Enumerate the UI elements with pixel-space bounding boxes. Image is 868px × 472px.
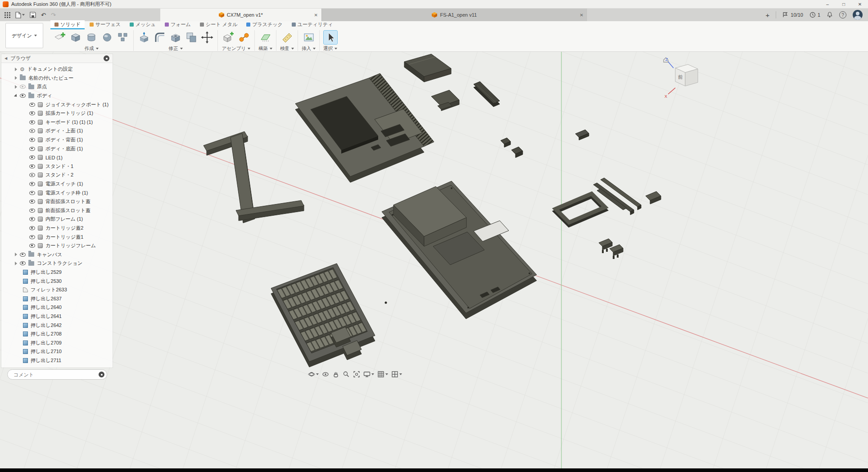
tab-close-icon[interactable]: ✕: [314, 13, 317, 18]
measure-button[interactable]: [280, 31, 294, 44]
joint-button[interactable]: [237, 31, 251, 44]
collapse-panel-icon[interactable]: ◀: [5, 56, 7, 60]
browser-item-document-settings[interactable]: ⚙ドキュメントの設定: [1, 65, 113, 74]
workspace-selector[interactable]: デザイン: [5, 23, 43, 48]
browser-item-body[interactable]: 電源スイッチ (1): [1, 180, 113, 189]
browser-item-body[interactable]: スタンド・1: [1, 162, 113, 171]
orbit-button[interactable]: [308, 371, 319, 378]
doc-tab-cx7m[interactable]: CX7M_open v1* ✕: [160, 9, 321, 21]
browser-item-feature[interactable]: 押し出し2710: [1, 347, 113, 356]
press-pull-button[interactable]: [137, 31, 151, 44]
tab-plastic[interactable]: プラスチック: [242, 20, 287, 29]
tab-solid[interactable]: ソリッド: [50, 20, 85, 29]
job-status-button[interactable]: 10/10: [782, 12, 803, 18]
shell-button[interactable]: [169, 31, 182, 44]
create-box-button[interactable]: [69, 31, 82, 44]
display-settings-button[interactable]: [363, 371, 374, 378]
expand-arrow-icon[interactable]: [15, 253, 17, 256]
visibility-eye-icon[interactable]: [29, 147, 35, 151]
loose-part-dot[interactable]: [385, 302, 387, 304]
browser-item-feature[interactable]: 押し出し2708: [1, 330, 113, 339]
browser-item-body[interactable]: ボディ・底面 (1): [1, 144, 113, 153]
undo-button[interactable]: ↶: [41, 12, 46, 18]
visibility-eye-icon[interactable]: [29, 182, 35, 186]
browser-item-body[interactable]: スタンド・2: [1, 171, 113, 180]
browser-options-button[interactable]: [104, 55, 109, 61]
browser-item-origin[interactable]: 原点: [1, 82, 113, 91]
file-menu-button[interactable]: [15, 12, 25, 18]
visibility-eye-icon[interactable]: [29, 129, 35, 133]
modify-menu-button[interactable]: 修正: [169, 45, 183, 52]
fit-button[interactable]: [353, 371, 360, 378]
new-tab-button[interactable]: +: [766, 11, 770, 19]
minimize-button[interactable]: –: [819, 0, 836, 8]
expand-arrow-icon[interactable]: [14, 94, 18, 98]
visibility-eye-icon[interactable]: [20, 85, 26, 89]
maximize-button[interactable]: □: [836, 0, 852, 8]
save-button[interactable]: [30, 12, 36, 18]
visibility-eye-icon[interactable]: [29, 120, 35, 124]
inspect-menu-button[interactable]: 検査: [280, 45, 294, 52]
browser-item-body[interactable]: 背面拡張スロット蓋: [1, 197, 113, 206]
visibility-eye-icon[interactable]: [29, 244, 35, 248]
select-button[interactable]: [324, 31, 337, 44]
tab-form[interactable]: フォーム: [161, 20, 195, 29]
browser-item-body[interactable]: ボディ・上面 (1): [1, 127, 113, 136]
viewports-button[interactable]: [391, 371, 402, 378]
browser-item-feature[interactable]: 押し出し2642: [1, 321, 113, 330]
browser-item-canvases[interactable]: キャンバス: [1, 250, 113, 259]
visibility-eye-icon[interactable]: [29, 155, 35, 159]
doc-tab-fs-a1[interactable]: FS-A1_open v11 ✕: [321, 9, 587, 21]
browser-item-body[interactable]: ジョイスティックポート (1): [1, 100, 113, 109]
browser-item-feature[interactable]: フィレット2633: [1, 286, 113, 295]
expand-arrow-icon[interactable]: [15, 262, 17, 265]
browser-item-body[interactable]: 拡張カートリッジ (1): [1, 109, 113, 118]
grid-settings-button[interactable]: [377, 371, 388, 378]
browser-item-body[interactable]: 電源スイッチ枠 (1): [1, 188, 113, 197]
visibility-eye-icon[interactable]: [29, 103, 35, 107]
viewcube[interactable]: Z X 前: [660, 55, 705, 100]
visibility-eye-icon[interactable]: [29, 191, 35, 195]
visibility-eye-icon[interactable]: [29, 173, 35, 177]
browser-item-named-views[interactable]: 名前の付いたビュー: [1, 74, 113, 83]
look-at-button[interactable]: [322, 371, 329, 378]
comment-input[interactable]: [13, 372, 96, 378]
expand-arrow-icon[interactable]: [15, 85, 17, 89]
browser-item-feature[interactable]: 押し出し2637: [1, 294, 113, 303]
insert-menu-button[interactable]: 挿入: [302, 45, 316, 52]
zoom-button[interactable]: [343, 371, 350, 378]
browser-item-body[interactable]: ボディ・背面 (1): [1, 136, 113, 145]
visibility-eye-icon[interactable]: [20, 94, 26, 98]
tab-surface[interactable]: サーフェス: [86, 20, 125, 29]
browser-item-body[interactable]: 前面拡張スロット蓋: [1, 206, 113, 215]
browser-item-feature[interactable]: 押し出し2529: [1, 268, 113, 277]
close-button[interactable]: ✕: [852, 0, 868, 8]
visibility-eye-icon[interactable]: [29, 226, 35, 230]
visibility-eye-icon[interactable]: [29, 164, 35, 168]
create-pattern-button[interactable]: [116, 31, 130, 44]
comment-options-button[interactable]: [99, 372, 104, 377]
visibility-eye-icon[interactable]: [20, 253, 26, 257]
browser-item-feature[interactable]: 押し出し2530: [1, 277, 113, 286]
tab-utilities[interactable]: ユーティリティ: [288, 20, 337, 29]
3d-viewport[interactable]: [0, 52, 868, 468]
browser-item-bodies-folder[interactable]: ボディ: [1, 91, 113, 100]
visibility-eye-icon[interactable]: [29, 209, 35, 213]
browser-item-body[interactable]: カートリッジ蓋2: [1, 224, 113, 233]
browser-item-construction[interactable]: コンストラクション: [1, 259, 113, 268]
construct-plane-button[interactable]: [259, 31, 272, 44]
user-avatar[interactable]: [853, 10, 863, 20]
select-menu-button[interactable]: 選択: [323, 45, 337, 52]
new-component-button[interactable]: [222, 31, 235, 44]
pan-button[interactable]: [332, 371, 339, 378]
redo-button[interactable]: ↷: [51, 12, 56, 18]
browser-item-body[interactable]: LED (1): [1, 153, 113, 162]
visibility-eye-icon[interactable]: [29, 200, 35, 204]
assembly-menu-button[interactable]: アセンブリ: [222, 45, 251, 52]
insert-canvas-button[interactable]: [302, 31, 316, 44]
create-cylinder-button[interactable]: [85, 31, 98, 44]
visibility-eye-icon[interactable]: [29, 138, 35, 142]
create-menu-button[interactable]: 作成: [85, 45, 99, 52]
browser-item-feature[interactable]: 押し出し2709: [1, 338, 113, 347]
app-grid-menu-button[interactable]: [5, 12, 10, 18]
